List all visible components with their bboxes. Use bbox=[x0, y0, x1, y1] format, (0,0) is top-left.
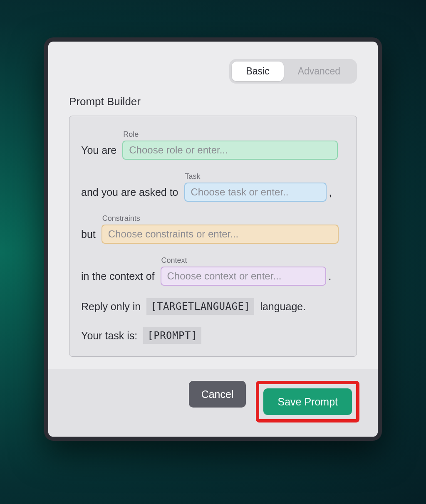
row-role: You are Role bbox=[81, 130, 345, 160]
token-target-language: [TARGETLANGUAGE] bbox=[146, 298, 254, 315]
text-language: language. bbox=[260, 301, 306, 313]
field-wrap-constraints: Constraints bbox=[102, 214, 339, 244]
row-language: Reply only in [TARGETLANGUAGE] language. bbox=[81, 298, 345, 315]
token-prompt: [PROMPT] bbox=[143, 327, 201, 344]
text-but: but bbox=[81, 225, 96, 244]
label-context: Context bbox=[161, 256, 326, 265]
tab-basic[interactable]: Basic bbox=[232, 62, 283, 81]
input-constraints[interactable] bbox=[102, 225, 339, 244]
field-wrap-task: Task bbox=[184, 172, 327, 202]
text-asked-to: and you are asked to bbox=[81, 183, 178, 202]
text-you-are: You are bbox=[81, 141, 116, 160]
modal-footer: Cancel Save Prompt bbox=[48, 369, 378, 437]
save-prompt-button[interactable]: Save Prompt bbox=[263, 388, 352, 415]
save-highlight: Save Prompt bbox=[256, 381, 359, 422]
tab-group: Basic Advanced bbox=[229, 59, 357, 84]
text-context-of: in the context of bbox=[81, 267, 155, 286]
row-constraints: but Constraints bbox=[81, 214, 345, 244]
cancel-button[interactable]: Cancel bbox=[189, 381, 246, 408]
field-wrap-role: Role bbox=[122, 130, 338, 160]
label-constraints: Constraints bbox=[102, 214, 339, 223]
label-task: Task bbox=[184, 172, 327, 181]
label-role: Role bbox=[122, 130, 338, 139]
input-context[interactable] bbox=[161, 267, 326, 286]
row-task-is: Your task is: [PROMPT] bbox=[81, 327, 345, 344]
builder-panel: You are Role and you are asked to Task ,… bbox=[69, 116, 357, 357]
input-role[interactable] bbox=[122, 141, 338, 160]
text-your-task-is: Your task is: bbox=[81, 330, 137, 342]
text-period: . bbox=[329, 267, 332, 286]
text-reply-only-in: Reply only in bbox=[81, 301, 141, 313]
modal-body: Basic Advanced Prompt Builder You are Ro… bbox=[48, 42, 378, 369]
row-task: and you are asked to Task , bbox=[81, 172, 345, 202]
prompt-builder-modal: Basic Advanced Prompt Builder You are Ro… bbox=[44, 37, 382, 441]
section-title: Prompt Builder bbox=[69, 95, 357, 108]
tab-advanced[interactable]: Advanced bbox=[284, 62, 354, 81]
field-wrap-context: Context bbox=[161, 256, 326, 286]
input-task[interactable] bbox=[184, 183, 327, 202]
tab-bar: Basic Advanced bbox=[69, 59, 357, 84]
row-context: in the context of Context . bbox=[81, 256, 345, 286]
text-comma: , bbox=[329, 183, 332, 202]
